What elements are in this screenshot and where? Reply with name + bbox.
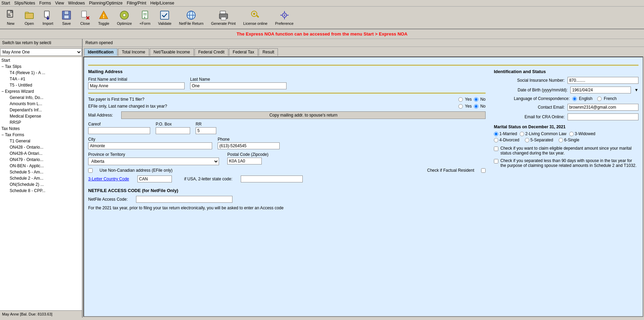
id-status-header: Identification and Status (494, 69, 638, 74)
contact-email-input[interactable] (568, 104, 638, 111)
preference-icon (279, 10, 290, 21)
filer-radio-group: Yes No (458, 97, 486, 102)
menu-planning[interactable]: Planning/Optimize (89, 1, 123, 6)
factual-resident-checkbox[interactable] (481, 168, 486, 173)
tree-schedule2[interactable]: Schedule 2 - Am... (0, 175, 82, 181)
close-button[interactable]: Close (76, 8, 94, 27)
tree-tax-notes[interactable]: Tax Notes (0, 126, 82, 132)
toggle-button[interactable]: Toggle (95, 8, 112, 27)
french-radio[interactable] (597, 97, 602, 101)
tab-net-taxable[interactable]: Net/Taxable Income (150, 48, 194, 56)
tab-total-income[interactable]: Total Income (118, 48, 149, 56)
save-button[interactable]: Save (58, 8, 75, 27)
filer-no-radio[interactable] (474, 97, 478, 102)
tree-start[interactable]: Start (0, 57, 82, 63)
usa-state-input[interactable] (241, 176, 303, 182)
tree-on479[interactable]: ON479 - Ontario... (0, 157, 82, 163)
first-name-input[interactable] (88, 82, 185, 89)
tree-tax-forms[interactable]: − Tax Forms (0, 132, 82, 138)
mail-address-label: Mail Address: (88, 113, 113, 118)
tab-result[interactable]: Result (259, 48, 278, 56)
menu-forms[interactable]: Forms (39, 1, 51, 6)
tree-dependant[interactable]: Dependant's Inf... (0, 107, 82, 113)
province-select[interactable]: Alberta British Columbia Manitoba New Br… (88, 158, 219, 165)
country-code-link[interactable]: 3-Letter Country Code (88, 177, 129, 181)
license-button[interactable]: License online (240, 8, 270, 27)
tree-t1-general[interactable]: T1 General (0, 138, 82, 144)
preference-button[interactable]: Preference (272, 8, 297, 27)
city-input[interactable] (88, 142, 212, 149)
validate-label: Validate (158, 21, 172, 26)
import-button[interactable]: Import (39, 8, 56, 27)
efile-no-radio[interactable] (474, 104, 478, 109)
pobox-input[interactable] (156, 127, 190, 134)
cra-email-input[interactable] (568, 113, 638, 120)
check2-checkbox[interactable] (494, 159, 498, 163)
menu-windows[interactable]: Windows (68, 1, 85, 6)
divorced-radio[interactable] (494, 138, 498, 142)
tree-amounts-from[interactable]: Amounts from L... (0, 101, 82, 107)
country-code-input[interactable] (137, 176, 172, 182)
sin-label: Social Insurance Number: (494, 78, 565, 83)
optimize-button[interactable]: Optimize (114, 8, 135, 27)
dob-input[interactable] (570, 87, 631, 93)
widowed-radio[interactable] (569, 132, 574, 136)
menu-view[interactable]: View (55, 1, 64, 6)
tree-on428a[interactable]: ON428-A Ontari... (0, 150, 82, 157)
tree-rrsp[interactable]: RRSP (0, 119, 82, 126)
english-radio[interactable] (572, 97, 577, 101)
separated-radio[interactable] (525, 138, 529, 142)
netfile-button[interactable]: NetFile Return (176, 8, 207, 27)
married-radio[interactable] (494, 132, 498, 136)
language-row: Language of Correspondence: English Fren… (494, 96, 638, 101)
phone-input[interactable] (218, 142, 280, 149)
form-button[interactable]: + +Form (136, 8, 154, 27)
tree-medical[interactable]: Medical Expense (0, 113, 82, 119)
efile-yes-radio[interactable] (458, 104, 463, 109)
first-name-group: First Name and Initial (88, 77, 185, 89)
efile-radio-group: Yes No (458, 104, 486, 109)
postal-input[interactable] (227, 158, 262, 164)
menu-filing[interactable]: Filing/Print (127, 1, 146, 6)
tree-on-schedule2[interactable]: ON(Schedule 2) ... (0, 181, 82, 188)
filer-yes-radio[interactable] (458, 97, 463, 102)
tree-t4[interactable]: T4 (Releve 1) - A ... (0, 70, 82, 76)
menu-help[interactable]: Help/License (150, 1, 174, 6)
tree-on428[interactable]: ON428 - Ontario... (0, 144, 82, 150)
single-radio[interactable] (559, 138, 563, 142)
new-button[interactable]: New (2, 8, 19, 27)
common-law-radio[interactable] (520, 132, 524, 136)
tree-schedule5[interactable]: Schedule 5 - Am... (0, 169, 82, 175)
tree-onben[interactable]: ON-BEN - Applic... (0, 163, 82, 169)
tab-identification[interactable]: Identification (84, 48, 117, 56)
tab-federal-credit[interactable]: Federal Credit (195, 48, 228, 56)
noncad-checkbox[interactable] (88, 168, 93, 173)
last-name-input[interactable] (190, 82, 287, 89)
rr-input[interactable] (196, 127, 216, 134)
taxpayer-select[interactable]: May Anne One (0, 48, 82, 56)
generate-button[interactable]: Generate Print (208, 8, 239, 27)
sin-input[interactable] (568, 77, 638, 84)
copy-address-button[interactable]: Copy mailing addr. to spouse's return (121, 111, 486, 119)
marital-divorced: 4-Divorced (494, 138, 519, 142)
open-button[interactable]: Open (21, 8, 38, 27)
menu-slips[interactable]: Slips/Notes (14, 1, 35, 6)
svg-rect-29 (221, 17, 226, 20)
tree-tax-slips[interactable]: − Tax Slips (0, 63, 82, 70)
form-columns: Mailing Address First Name and Initial L… (88, 69, 638, 210)
dob-dropdown-icon[interactable]: ▼ (634, 88, 638, 92)
menu-start[interactable]: Start (1, 1, 10, 6)
left-panel: Switch tax return by selecti May Anne On… (0, 39, 83, 318)
check1-row: Check if you want to claim eligible depe… (494, 146, 638, 156)
tree-t4a[interactable]: T4A - #1 (0, 76, 82, 82)
tree-general-info[interactable]: General Info, Do... (0, 94, 82, 101)
careof-input[interactable] (88, 127, 150, 134)
check1-checkbox[interactable] (494, 147, 498, 151)
tree-schedule8[interactable]: Schedule 8 - CPP... (0, 188, 82, 194)
svg-rect-9 (64, 11, 69, 14)
tree-express-wizard[interactable]: − Express Wizard (0, 88, 82, 94)
validate-button[interactable]: Validate (155, 8, 175, 27)
tab-federal-tax[interactable]: Federal Tax (229, 48, 258, 56)
netfile-code-input[interactable] (136, 196, 232, 203)
tree-t5[interactable]: T5 - Untitled (0, 82, 82, 88)
